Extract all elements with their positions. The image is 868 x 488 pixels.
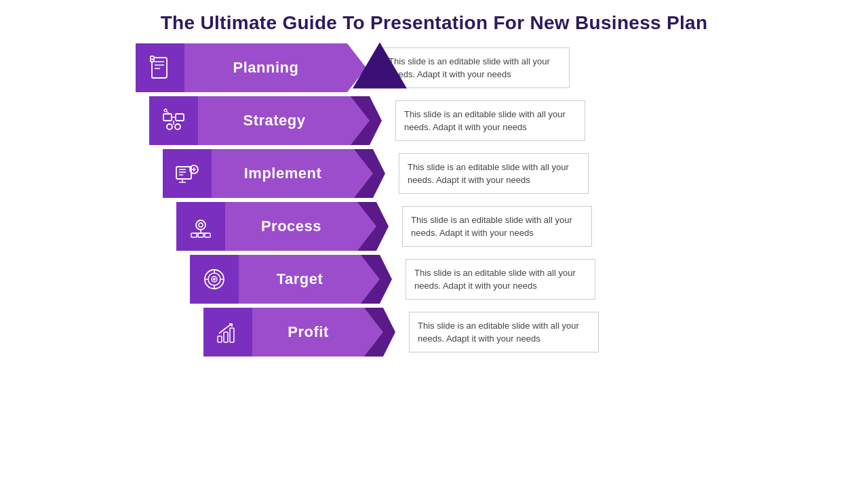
step-bar-planning: Planning [136,43,347,92]
steps-container: PlanningThis slide is an editable slide … [41,43,827,357]
step-label-planning: Planning [233,59,299,77]
label-box-implement: Implement [212,149,354,198]
description-target: This slide is an editable slide with all… [406,259,595,300]
step-row-implement: ImplementThis slide is an editable slide… [163,149,827,198]
icon-box-planning [136,43,184,92]
icon-box-profit [203,308,252,357]
step-row-strategy: StrategyThis slide is an editable slide … [149,96,827,145]
svg-point-27 [199,223,203,227]
step-bar-inner-profit: Profit [203,308,383,357]
description-planning: This slide is an editable slide with all… [380,47,570,88]
icon-box-process [176,202,225,251]
step-row-profit: ProfitThis slide is an editable slide wi… [203,308,827,357]
step-row-process: ProcessThis slide is an editable slide w… [176,202,827,251]
svg-rect-30 [205,233,210,237]
step-bar-process: Process [176,202,376,251]
label-box-planning: Planning [184,43,347,92]
planning-up-arrow [353,43,407,89]
step-row-planning: PlanningThis slide is an editable slide … [136,43,827,92]
svg-rect-29 [198,233,203,237]
step-bar-implement: Implement [163,149,373,198]
slide: The Ultimate Guide To Presentation For N… [0,0,868,488]
svg-rect-42 [224,332,228,342]
label-box-profit: Profit [252,308,364,357]
page-title: The Ultimate Guide To Presentation For N… [41,0,827,41]
step-bar-inner-planning: Planning [136,43,347,92]
label-box-strategy: Strategy [198,96,351,145]
label-box-process: Process [225,202,357,251]
description-process: This slide is an editable slide with all… [402,206,592,247]
step-bar-inner-strategy: Strategy [149,96,370,145]
step-bar-profit: Profit [203,308,383,357]
label-box-target: Target [239,255,361,304]
step-row-target: TargetThis slide is an editable slide wi… [190,255,827,304]
svg-rect-41 [218,336,222,342]
svg-point-14 [175,124,180,129]
svg-point-26 [196,220,205,230]
step-label-process: Process [261,218,321,235]
svg-point-16 [164,109,167,112]
description-strategy: This slide is an editable slide with all… [395,100,585,141]
svg-rect-17 [176,167,191,179]
description-implement: This slide is an editable slide with all… [399,153,589,194]
step-bar-inner-process: Process [176,202,376,251]
icon-box-strategy [149,96,198,145]
step-label-implement: Implement [244,165,322,182]
icon-box-target [190,255,239,304]
step-bar-inner-implement: Implement [163,149,373,198]
step-bar-inner-target: Target [190,255,380,304]
svg-rect-28 [191,233,197,237]
description-profit: This slide is an editable slide with all… [409,312,599,352]
step-label-profit: Profit [288,323,328,341]
svg-rect-43 [230,328,234,342]
step-bar-strategy: Strategy [149,96,370,145]
icon-box-implement [163,149,212,198]
svg-point-13 [167,124,172,129]
step-bar-target: Target [190,255,380,304]
step-label-target: Target [277,270,323,288]
step-label-strategy: Strategy [243,112,305,129]
svg-point-40 [213,278,216,281]
svg-rect-9 [163,114,172,121]
svg-rect-10 [176,114,184,121]
